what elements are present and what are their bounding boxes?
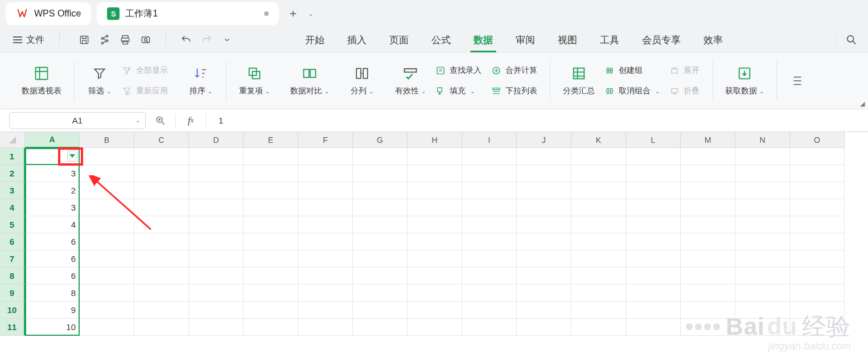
validity-button[interactable]: 有效性⌄	[390, 65, 430, 96]
cell[interactable]	[353, 319, 408, 336]
cell[interactable]	[189, 199, 244, 216]
ribbon-collapse-icon[interactable]: ◢	[858, 99, 867, 109]
app-home-tab[interactable]: WPS Office	[6, 2, 91, 25]
file-menu[interactable]: 文件	[10, 33, 47, 47]
cell[interactable]	[134, 319, 189, 336]
tab-home[interactable]: 开始	[304, 29, 326, 51]
formula-input[interactable]	[214, 109, 859, 131]
dropdown-list-button[interactable]: 下拉列表	[488, 83, 540, 99]
cell[interactable]	[80, 285, 134, 302]
redo-icon[interactable]	[200, 34, 213, 46]
cell-A2[interactable]: 3	[25, 165, 80, 182]
cell[interactable]	[408, 250, 462, 268]
cell[interactable]	[681, 148, 735, 165]
cell[interactable]	[408, 302, 462, 319]
chevron-down-icon[interactable]: ⌄	[135, 117, 141, 124]
col-header-M[interactable]: M	[681, 132, 735, 148]
cell[interactable]	[134, 148, 189, 165]
cell[interactable]	[189, 165, 244, 182]
cell[interactable]	[408, 319, 462, 336]
cell[interactable]	[462, 165, 517, 182]
cell[interactable]	[244, 285, 298, 302]
qat-more-icon[interactable]	[221, 34, 233, 46]
cell[interactable]	[571, 319, 626, 336]
cell-A3[interactable]: 2	[25, 182, 80, 199]
cell[interactable]	[244, 182, 298, 199]
cell[interactable]	[408, 182, 462, 199]
duplicates-button[interactable]: 重复项⌄	[235, 65, 274, 96]
undo-icon[interactable]	[180, 34, 192, 46]
cell[interactable]	[353, 148, 408, 165]
cell[interactable]	[571, 285, 626, 302]
col-header-J[interactable]: J	[517, 132, 571, 148]
cell[interactable]	[626, 268, 681, 285]
cell[interactable]	[189, 148, 244, 165]
col-header-H[interactable]: H	[408, 132, 462, 148]
cell[interactable]	[626, 165, 681, 182]
cell[interactable]	[790, 250, 845, 268]
cell[interactable]	[517, 268, 571, 285]
row-header[interactable]: 11	[0, 319, 25, 336]
cell[interactable]	[681, 268, 735, 285]
tab-close-icon[interactable]	[264, 11, 269, 16]
cell[interactable]	[517, 233, 571, 250]
col-header-K[interactable]: K	[571, 132, 626, 148]
cell[interactable]	[462, 233, 517, 250]
group-button[interactable]: 创建组	[602, 63, 662, 79]
cell-A11[interactable]: 10	[25, 319, 80, 336]
cell[interactable]	[462, 216, 517, 233]
cell[interactable]	[735, 233, 790, 250]
cell[interactable]	[298, 285, 353, 302]
document-tab[interactable]: S 工作薄1	[97, 2, 279, 25]
cell[interactable]	[244, 268, 298, 285]
cell[interactable]	[626, 233, 681, 250]
cell[interactable]	[462, 199, 517, 216]
cell[interactable]	[244, 165, 298, 182]
cell[interactable]	[517, 165, 571, 182]
cell-A6[interactable]: 6	[25, 233, 80, 250]
cell[interactable]	[189, 319, 244, 336]
col-header-I[interactable]: I	[462, 132, 517, 148]
extra-button[interactable]	[785, 73, 810, 89]
cell[interactable]	[80, 250, 134, 268]
ungroup-button[interactable]: 取消组合⌄	[602, 83, 662, 99]
cell-A4[interactable]: 3	[25, 199, 80, 216]
cell[interactable]	[189, 268, 244, 285]
cell[interactable]	[353, 285, 408, 302]
cell[interactable]	[462, 302, 517, 319]
cell[interactable]	[134, 285, 189, 302]
cell[interactable]	[80, 268, 134, 285]
cell[interactable]	[462, 250, 517, 268]
cell-A5[interactable]: 4	[25, 216, 80, 233]
cell[interactable]	[681, 182, 735, 199]
cell-grid[interactable]: 3 2 3 4 6 6 6 8 9 10	[25, 148, 868, 358]
cell[interactable]	[189, 302, 244, 319]
cell[interactable]	[298, 302, 353, 319]
cell[interactable]	[571, 165, 626, 182]
cell[interactable]	[626, 250, 681, 268]
cell[interactable]	[80, 165, 134, 182]
cell[interactable]	[189, 285, 244, 302]
tab-page[interactable]: 页面	[388, 29, 410, 51]
cell[interactable]	[462, 182, 517, 199]
cell[interactable]	[735, 250, 790, 268]
cell[interactable]	[626, 148, 681, 165]
cell[interactable]	[735, 148, 790, 165]
cell[interactable]	[517, 216, 571, 233]
cell[interactable]	[735, 302, 790, 319]
fx-icon[interactable]: fx	[184, 114, 198, 127]
collapse-button[interactable]: 折叠	[667, 83, 702, 99]
row-header[interactable]: 9	[0, 285, 25, 302]
cell[interactable]	[298, 250, 353, 268]
cell[interactable]	[408, 165, 462, 182]
row-header[interactable]: 6	[0, 233, 25, 250]
tab-review[interactable]: 审阅	[515, 29, 536, 51]
cell[interactable]	[462, 148, 517, 165]
cell[interactable]	[134, 268, 189, 285]
new-tab-button[interactable]	[285, 5, 302, 22]
cell[interactable]	[571, 216, 626, 233]
col-header-E[interactable]: E	[244, 132, 298, 148]
share-icon[interactable]	[98, 34, 111, 46]
cell[interactable]	[462, 319, 517, 336]
cell[interactable]	[353, 302, 408, 319]
